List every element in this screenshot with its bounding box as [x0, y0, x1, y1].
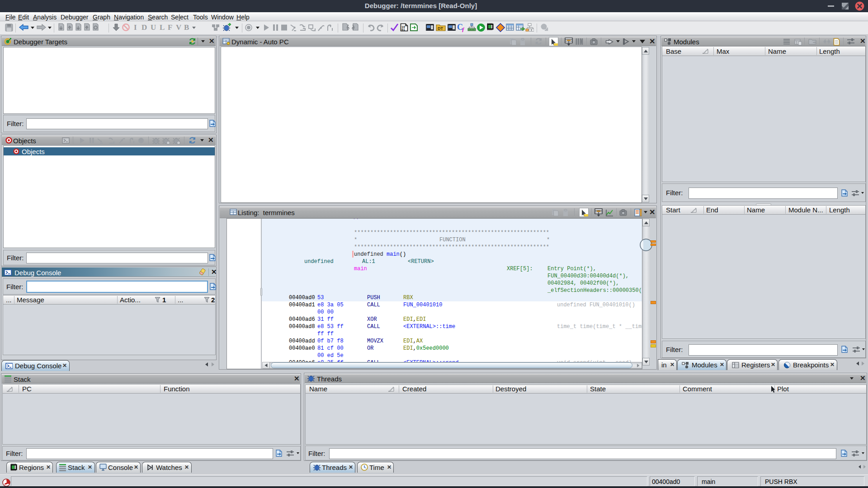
svg-text:f: f [462, 26, 465, 32]
svg-text:01: 01 [401, 28, 405, 32]
svg-text:DT: DT [438, 26, 443, 31]
